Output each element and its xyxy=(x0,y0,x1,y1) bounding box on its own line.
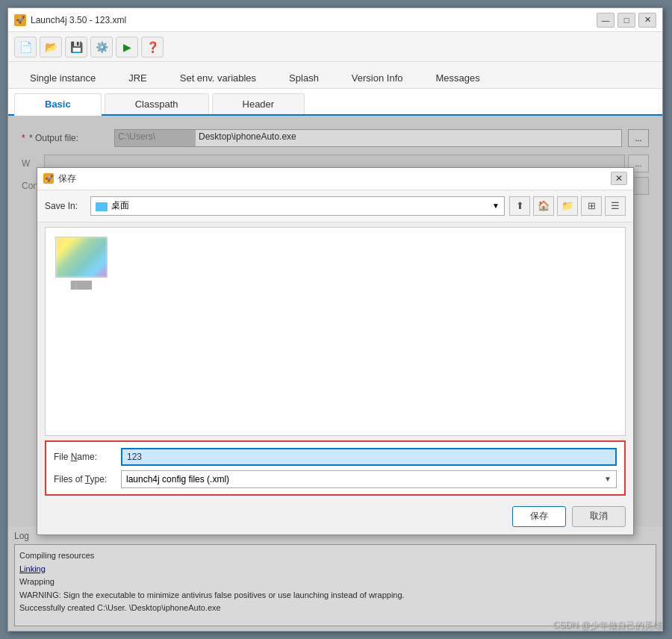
tab-basic[interactable]: Basic xyxy=(14,93,102,116)
folder-icon xyxy=(96,202,108,211)
file-name-row: File Name: xyxy=(54,448,617,466)
save-dialog: 🚀 保存 ✕ Save In: 桌面 ▼ ⬆ 🏠 📁 xyxy=(37,167,634,535)
tab-version-info[interactable]: Version Info xyxy=(336,67,419,88)
nav-tabs: Single instance JRE Set env. variables S… xyxy=(8,62,662,89)
new-folder-button[interactable]: 📁 xyxy=(557,196,578,216)
close-button[interactable]: ✕ xyxy=(638,13,656,28)
dialog-icon: 🚀 xyxy=(43,173,54,184)
file-details-section: File Name: Files of Type: launch4j confi… xyxy=(45,440,626,496)
home-button[interactable]: 🏠 xyxy=(533,196,554,216)
save-button[interactable]: 💾 xyxy=(65,37,87,57)
file-list-area: ████ xyxy=(45,227,626,436)
tab-classpath[interactable]: Classpath xyxy=(105,93,209,114)
new-button[interactable]: 📄 xyxy=(14,37,37,57)
file-item[interactable]: ████ xyxy=(52,234,111,292)
tab-header[interactable]: Header xyxy=(212,93,305,114)
app-window: 🚀 Launch4j 3.50 - 123.xml — □ ✕ 📄 📂 💾 ⚙️… xyxy=(7,7,663,632)
maximize-button[interactable]: □ xyxy=(617,13,635,28)
toolbar: 📄 📂 💾 ⚙️ ▶ ❓ xyxy=(8,32,662,62)
tab-splash[interactable]: Splash xyxy=(273,67,335,88)
tab-jre[interactable]: JRE xyxy=(113,67,163,88)
dialog-title: 保存 xyxy=(58,172,611,185)
file-name-label: File Name: xyxy=(54,452,121,462)
tab-messages[interactable]: Messages xyxy=(420,67,496,88)
dialog-save-button[interactable]: 保存 xyxy=(512,506,566,527)
upload-button[interactable]: ⬆ xyxy=(509,196,530,216)
settings-button[interactable]: ⚙️ xyxy=(90,37,113,57)
dialog-close-button[interactable]: ✕ xyxy=(611,172,627,185)
filetype-dropdown-arrow: ▼ xyxy=(604,475,612,483)
grid-view-button[interactable]: ⊞ xyxy=(581,196,602,216)
dropdown-arrow: ▼ xyxy=(492,202,500,210)
window-title: Launch4j 3.50 - 123.xml xyxy=(31,15,597,25)
files-of-type-label: Files of Type: xyxy=(54,474,121,484)
window-controls: — □ ✕ xyxy=(597,13,656,28)
save-in-dropdown[interactable]: 桌面 ▼ xyxy=(90,196,505,216)
content-area: * * Output file: C:\Users\ Desktop\iphon… xyxy=(8,116,662,631)
file-thumbnail xyxy=(55,237,108,278)
open-button[interactable]: 📂 xyxy=(40,37,62,57)
save-in-toolbar: ⬆ 🏠 📁 ⊞ ☰ xyxy=(509,196,626,216)
file-name-input[interactable] xyxy=(121,448,617,466)
tab-set-env[interactable]: Set env. variables xyxy=(164,67,272,88)
files-of-type-value: launch4j config files (.xml) xyxy=(126,474,229,484)
list-view-button[interactable]: ☰ xyxy=(605,196,626,216)
sub-tabs: Basic Classpath Header xyxy=(8,89,662,116)
help-button[interactable]: ❓ xyxy=(141,37,164,57)
app-icon: 🚀 xyxy=(14,14,26,26)
dialog-overlay: 🚀 保存 ✕ Save In: 桌面 ▼ ⬆ 🏠 📁 xyxy=(8,116,662,631)
file-item-name: ████ xyxy=(71,281,92,289)
files-of-type-row: Files of Type: launch4j config files (.x… xyxy=(54,470,617,488)
save-in-row: Save In: 桌面 ▼ ⬆ 🏠 📁 ⊞ ☰ xyxy=(37,190,633,222)
dialog-cancel-button[interactable]: 取消 xyxy=(572,506,626,527)
dialog-actions: 保存 取消 xyxy=(37,502,633,534)
run-button[interactable]: ▶ xyxy=(116,37,138,57)
dialog-title-bar: 🚀 保存 ✕ xyxy=(37,168,633,190)
title-bar: 🚀 Launch4j 3.50 - 123.xml — □ ✕ xyxy=(8,8,662,32)
minimize-button[interactable]: — xyxy=(597,13,615,28)
files-of-type-select[interactable]: launch4j config files (.xml) ▼ xyxy=(121,470,617,488)
save-in-label: Save In: xyxy=(45,201,86,211)
save-in-value: 桌面 xyxy=(111,199,129,212)
tab-single-instance[interactable]: Single instance xyxy=(14,67,111,88)
